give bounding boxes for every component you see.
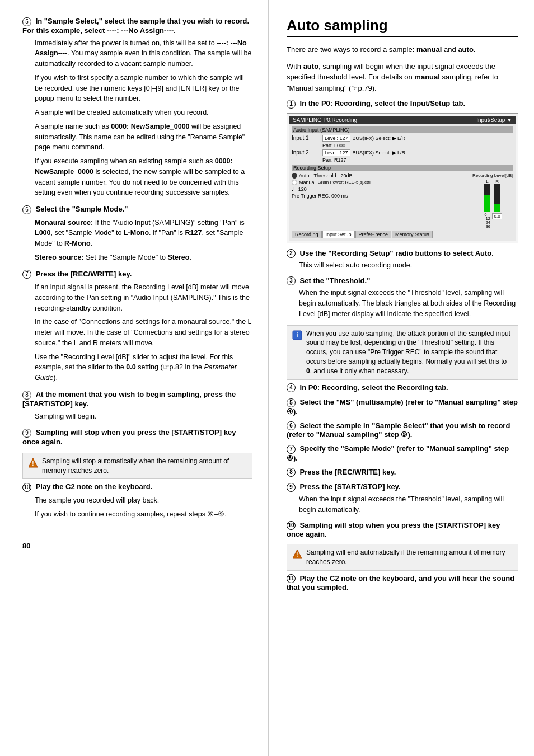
svg-text:i: i <box>296 331 298 339</box>
right-step-11-heading: 11 Play the C2 note on the keyboard, and… <box>287 574 518 592</box>
right-note-text-1: When you use auto sampling, the attack p… <box>306 329 513 376</box>
right-step-11: 11 Play the C2 note on the keyboard, and… <box>287 574 518 592</box>
screenshot-title: SAMPLING P0:Recording <box>293 117 357 123</box>
step-8-body: Sampling will begin. <box>22 411 252 422</box>
tab-memory[interactable]: Memory Status <box>392 231 433 238</box>
right-step-9-number: 9 <box>287 483 296 492</box>
tab-prefer[interactable]: Prefer- rence <box>355 231 392 238</box>
step-8: 8 At the moment that you wish to begin s… <box>22 390 252 421</box>
step-7: 7 Press the [REC/WRITE] key. If an input… <box>22 270 252 383</box>
rec-setup-header: Recording Setup <box>292 165 513 171</box>
right-warning-text-1: Sampling will end automatically if the r… <box>306 548 513 567</box>
tab-input[interactable]: Input Setup <box>322 231 355 238</box>
tab-record[interactable]: Record ng <box>292 231 322 238</box>
pre-trigger: Pre Trigger REC: 000 ms <box>292 193 467 199</box>
input1-pan: Pan: L000 <box>322 143 345 148</box>
screenshot-title-bar: SAMPLING P0:Recording Input/Setup ▼ <box>289 116 516 124</box>
right-step-6-number: 6 <box>287 421 296 430</box>
svg-text:!: ! <box>296 552 298 558</box>
input1-label: Input 1 <box>292 135 322 141</box>
input2-values: Level: 127 BUS(IFX) Select: ▶ L/R <box>322 149 513 156</box>
input1-pan-row: Pan: L000 <box>292 143 513 148</box>
bpm-row: ♩= 120 <box>292 186 467 192</box>
screenshot-tab: Input/Setup ▼ <box>476 117 512 123</box>
section-intro-1: There are two ways to record a sample: m… <box>287 44 518 55</box>
right-step-4-number: 4 <box>287 383 296 392</box>
l-meter-bar-container <box>484 184 490 212</box>
step-5-heading: 5 In "Sample Select," select the sample … <box>22 17 252 35</box>
threshold-label: Threshold: -20dB <box>314 173 353 179</box>
step-5: 5 In "Sample Select," select the sample … <box>22 17 252 198</box>
rec-setup-left: Auto Threshold: -20dB Manual Grain Power… <box>292 173 467 228</box>
right-step-4-heading: 4 In P0: Recording, select the Recording… <box>287 383 518 393</box>
step-10-number: 10 <box>22 483 31 492</box>
auto-radio <box>292 173 297 179</box>
input1-level: Level: 127 <box>322 135 350 142</box>
right-step-5-heading: 5 Select the "MS" (multisample) (refer t… <box>287 398 518 416</box>
grain-label: Grain Power: REC-5[s].ctrl <box>318 180 371 185</box>
right-step-3: 3 Set the "Threshold." When the input si… <box>287 276 518 320</box>
right-step-2-body: This will select auto recording mode. <box>287 260 518 271</box>
step-5-number: 5 <box>22 17 31 26</box>
right-step-2-heading: 2 Use the "Recording Setup" radio button… <box>287 249 518 259</box>
right-step-9-body: When the input signal exceeds the "Thres… <box>287 494 518 515</box>
right-step-7: 7 Specify the "Sample Mode" (refer to "M… <box>287 444 518 462</box>
right-step-1-heading: 1 In the P0: Recording, select the Input… <box>287 99 518 109</box>
l-meter-bar <box>484 195 490 212</box>
step-7-heading: 7 Press the [REC/WRITE] key. <box>22 270 252 279</box>
right-step-8: 8 Press the [REC/WRITE] key. <box>287 468 518 477</box>
page-number: 80 <box>22 542 252 550</box>
level-meters: L 0 -12 -24 -36 <box>472 179 513 228</box>
right-step-8-number: 8 <box>287 468 296 477</box>
right-step-11-number: 11 <box>287 574 296 583</box>
right-step-9-heading: 9 Press the [START/STOP] key. <box>287 482 518 492</box>
step-7-body: If an input signal is present, the Recor… <box>22 282 252 383</box>
svg-text:!: ! <box>32 461 34 467</box>
bottom-tabs: Record ng Input Setup Prefer- rence Memo… <box>292 231 513 238</box>
auto-label: Auto <box>299 173 310 179</box>
l-meter: L 0 -12 -24 -36 <box>484 179 490 228</box>
step-10: 10 Play the C2 note on the keyboard. The… <box>22 482 252 519</box>
step-6-heading: 6 Select the "Sample Mode." <box>22 205 252 214</box>
note-icon-1: i <box>292 330 303 341</box>
right-step-9: 9 Press the [START/STOP] key. When the i… <box>287 482 518 515</box>
section-intro-2: With auto, sampling will begin when the … <box>287 61 518 94</box>
l-label: L <box>486 179 488 184</box>
warning-icon-1: ! <box>27 457 39 468</box>
rec-level-label: Recording Level(dB) <box>472 173 513 178</box>
input2-row: Input 2 Level: 127 BUS(IFX) Select: ▶ L/… <box>292 149 513 156</box>
right-step-2: 2 Use the "Recording Setup" radio button… <box>287 249 518 271</box>
step-9: 9 Sampling will stop when you press the … <box>22 428 252 446</box>
warning-icon-right-1: ! <box>292 548 303 560</box>
screenshot-box: SAMPLING P0:Recording Input/Setup ▼ Audi… <box>287 113 518 243</box>
input2-level: Level: 127 <box>322 149 350 156</box>
right-step-7-heading: 7 Specify the "Sample Mode" (refer to "M… <box>287 444 518 462</box>
step-9-heading: 9 Sampling will stop when you press the … <box>22 428 252 446</box>
right-step-10-heading: 10 Sampling will stop when you press the… <box>287 521 518 539</box>
r-meter-bar-container <box>494 184 500 212</box>
right-step-6-heading: 6 Select the sample in "Sample Select" t… <box>287 421 518 439</box>
input2-bus: BUS(IFX) Select: ▶ L/R <box>353 150 406 156</box>
right-step-7-number: 7 <box>287 445 296 454</box>
right-step-5-number: 5 <box>287 398 296 407</box>
step-6: 6 Select the "Sample Mode." Monaural sou… <box>22 205 252 263</box>
l-scale: 0 -12 -24 -36 <box>484 213 490 228</box>
right-step-1-number: 1 <box>287 100 296 109</box>
step-5-body: Immediately after the power is turned on… <box>22 38 252 199</box>
right-step-1: 1 In the P0: Recording, select the Input… <box>287 99 518 243</box>
manual-radio <box>292 180 297 185</box>
section-title: Auto sampling <box>287 17 518 37</box>
right-step-6: 6 Select the sample in "Sample Select" t… <box>287 421 518 439</box>
recording-setup-area: Auto Threshold: -20dB Manual Grain Power… <box>292 173 513 228</box>
right-step-10-number: 10 <box>287 521 296 530</box>
r-label: R <box>495 179 499 184</box>
right-step-3-body: When the input signal exceeds the "Thres… <box>287 288 518 319</box>
screenshot-inner: Audio Input (SAMPLING) Input 1 Level: 12… <box>289 124 516 241</box>
audio-input-header: Audio Input (SAMPLING) <box>292 126 513 133</box>
step-9-number: 9 <box>22 429 31 438</box>
r-meter-bar <box>494 204 500 212</box>
right-step-3-number: 3 <box>287 276 296 285</box>
step-7-number: 7 <box>22 270 31 279</box>
right-note-box-1: i When you use auto sampling, the attack… <box>287 325 518 380</box>
right-step-3-heading: 3 Set the "Threshold." <box>287 276 518 286</box>
